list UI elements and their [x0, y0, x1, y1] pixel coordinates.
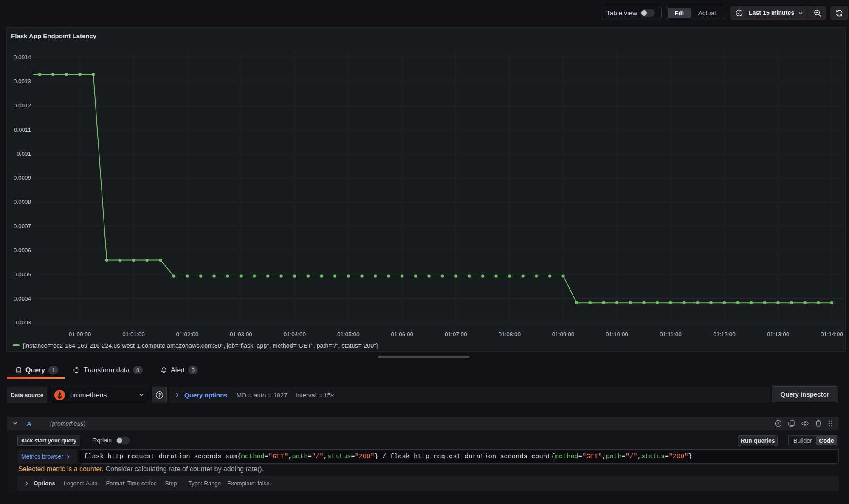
svg-text:?: ?	[158, 392, 161, 397]
svg-text:?: ?	[777, 421, 780, 426]
